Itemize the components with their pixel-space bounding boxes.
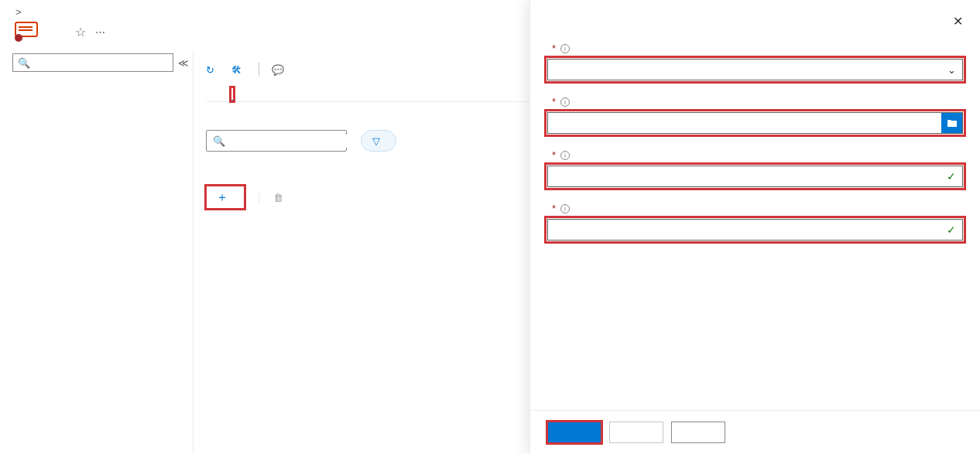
certificates-description [206, 102, 562, 116]
troubleshoot-button[interactable]: 🛠 [231, 64, 246, 76]
favorite-star-icon[interactable]: ☆ [75, 25, 86, 39]
required-icon: * [552, 203, 556, 214]
collapse-sidebar-icon[interactable]: ≪ [178, 57, 189, 69]
field-friendly-name: * i ✓ [547, 203, 963, 241]
validate-button[interactable] [547, 422, 601, 443]
breadcrumb-sep: > [15, 6, 22, 18]
info-icon[interactable]: i [560, 97, 570, 107]
add-certificate-button[interactable]: ＋ [206, 186, 245, 209]
password-input[interactable]: ✓ [547, 166, 963, 187]
sidebar-section-settings [0, 78, 193, 106]
field-source: * i ⌄ [547, 43, 963, 80]
refresh-icon: ↻ [206, 64, 214, 76]
friendly-name-input[interactable]: ✓ [547, 219, 963, 241]
more-icon[interactable]: ⋯ [95, 26, 107, 38]
refresh-button[interactable]: ↻ [206, 64, 219, 76]
browse-file-button[interactable] [941, 112, 963, 134]
field-password: * i ✓ [547, 149, 963, 187]
filter-input[interactable] [230, 135, 363, 148]
certificate-icon [12, 21, 39, 43]
source-select[interactable]: ⌄ [547, 59, 963, 80]
required-icon: * [552, 43, 556, 54]
add-certificate-panel: ✕ * i ⌄ * i [529, 0, 980, 454]
delete-button: 🗑 [259, 192, 290, 203]
info-icon[interactable]: i [560, 204, 570, 213]
cancel-button[interactable] [671, 422, 725, 443]
tab-bring-your-own-certificates[interactable] [231, 87, 234, 101]
chevron-down-icon: ⌄ [947, 64, 956, 76]
required-icon: * [552, 96, 556, 108]
sidebar: 🔍 ≪ [0, 50, 194, 454]
sidebar-search[interactable]: 🔍 [12, 53, 173, 72]
trash-icon: 🗑 [273, 192, 283, 203]
plus-icon: ＋ [216, 189, 228, 206]
sidebar-search-input[interactable] [35, 56, 168, 70]
feedback-icon: 💬 [272, 64, 284, 76]
pfx-file-input[interactable] [547, 112, 941, 134]
search-icon: 🔍 [213, 135, 225, 147]
check-icon: ✓ [947, 170, 956, 183]
tab-managed-certificates[interactable] [206, 87, 209, 101]
filter-icon: ▽ [372, 135, 380, 147]
search-icon: 🔍 [18, 57, 30, 69]
field-pfx-file: * i [547, 96, 963, 134]
filter-input-wrap[interactable]: 🔍 [206, 130, 347, 152]
close-icon[interactable]: ✕ [953, 14, 963, 29]
folder-icon [947, 118, 958, 128]
add-button [609, 422, 663, 443]
info-icon[interactable]: i [560, 151, 570, 160]
troubleshoot-icon: 🛠 [231, 64, 242, 76]
toolbar-sep [259, 63, 259, 77]
feedback-button[interactable]: 💬 [272, 64, 289, 76]
panel-footer [530, 410, 980, 454]
check-icon: ✓ [947, 224, 956, 236]
add-filter-button[interactable]: ▽ [361, 130, 396, 152]
info-icon[interactable]: i [560, 44, 570, 53]
required-icon: * [552, 149, 556, 161]
